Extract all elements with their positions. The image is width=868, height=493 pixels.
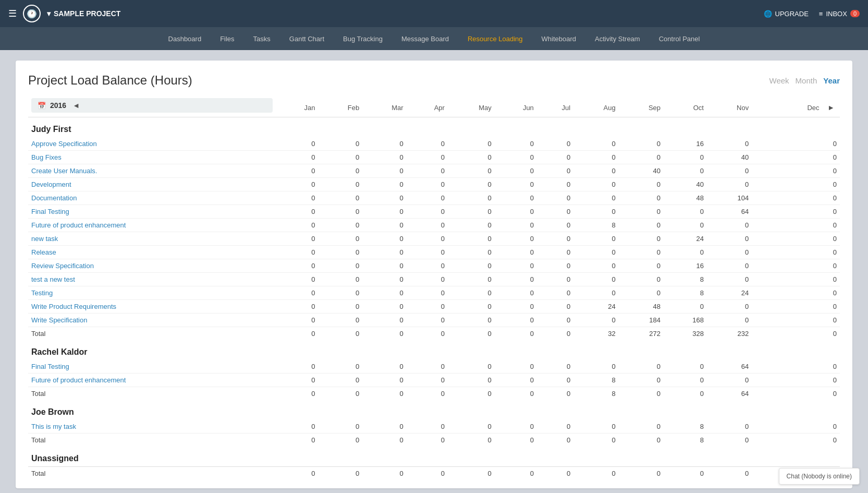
cell-1-0-6: 0	[537, 360, 573, 374]
task-label-0-10[interactable]: test a new test	[28, 273, 276, 286]
hamburger-icon[interactable]: ☰	[8, 8, 17, 19]
nav-control-panel[interactable]: Control Panel	[650, 27, 710, 50]
cell-0-11-11: 0	[752, 286, 840, 300]
total-cell-0-9: 328	[664, 327, 707, 341]
inbox-icon: ≡	[819, 10, 823, 18]
task-label-0-3[interactable]: Development	[28, 178, 276, 191]
total-cell-0-0: 0	[276, 327, 318, 341]
cell-0-0-7: 0	[573, 137, 618, 151]
cell-0-10-9: 8	[664, 273, 707, 286]
inbox-button[interactable]: ≡ INBOX 0	[819, 10, 860, 18]
task-label-0-6[interactable]: Future of product enhancement	[28, 219, 276, 232]
nav-activity-stream[interactable]: Activity Stream	[585, 27, 650, 50]
cell-0-11-6: 0	[537, 286, 573, 300]
cell-0-12-1: 0	[319, 300, 363, 314]
total-cell-1-9: 0	[664, 387, 707, 401]
col-mar: Mar	[362, 98, 407, 117]
cell-0-7-2: 0	[362, 232, 407, 246]
col-apr: Apr	[407, 98, 448, 117]
nav-files[interactable]: Files	[211, 27, 243, 50]
view-week[interactable]: Week	[769, 76, 789, 85]
cell-0-5-2: 0	[362, 205, 407, 219]
col-feb: Feb	[319, 98, 363, 117]
total-cell-3-3: 0	[407, 467, 448, 480]
col-jan: Jan	[276, 98, 318, 117]
cell-0-0-5: 0	[495, 137, 537, 151]
cell-0-9-2: 0	[362, 259, 407, 273]
task-label-0-1[interactable]: Bug Fixes	[28, 151, 276, 164]
cell-0-6-9: 0	[664, 219, 707, 232]
table-row: Create User Manuals.0000000040000	[28, 164, 840, 178]
clock-icon[interactable]: 🕐	[23, 5, 41, 22]
year-nav-row: 📅 2016 ◄ Jan Feb Mar Apr May Jun Jul Aug…	[28, 98, 840, 117]
cell-0-9-9: 16	[664, 259, 707, 273]
task-label-0-5[interactable]: Final Testing	[28, 205, 276, 219]
project-selector[interactable]: ▾ SAMPLE PROJECT	[47, 9, 120, 18]
cell-2-0-9: 8	[664, 420, 707, 434]
total-row-2: Total000000000800	[28, 434, 840, 447]
total-cell-2-7: 0	[573, 434, 618, 447]
nav-dashboard[interactable]: Dashboard	[159, 27, 211, 50]
nav-tasks[interactable]: Tasks	[244, 27, 280, 50]
total-label-0: Total	[28, 327, 276, 341]
cell-0-2-2: 0	[362, 164, 407, 178]
task-label-0-2[interactable]: Create User Manuals.	[28, 164, 276, 178]
table-row: Documentation000000000481040	[28, 191, 840, 205]
cell-0-10-3: 0	[407, 273, 448, 286]
total-cell-2-5: 0	[495, 434, 537, 447]
nav-resource-loading[interactable]: Resource Loading	[458, 27, 532, 50]
cell-0-8-7: 0	[573, 246, 618, 259]
task-label-0-9[interactable]: Review Specification	[28, 259, 276, 273]
task-label-0-12[interactable]: Write Product Requirements	[28, 300, 276, 314]
cell-0-3-0: 0	[276, 178, 318, 191]
table-row: Development0000000004000	[28, 178, 840, 191]
nav-whiteboard[interactable]: Whiteboard	[532, 27, 585, 50]
cell-0-9-11: 0	[752, 259, 840, 273]
cell-0-11-1: 0	[319, 286, 363, 300]
prev-year-button[interactable]: ◄	[70, 101, 82, 110]
task-label-1-0[interactable]: Final Testing	[28, 360, 276, 374]
cell-0-2-0: 0	[276, 164, 318, 178]
cell-0-12-5: 0	[495, 300, 537, 314]
col-jul: Jul	[537, 98, 573, 117]
cell-2-0-0: 0	[276, 420, 318, 434]
total-cell-2-11: 0	[752, 434, 840, 447]
cell-0-3-1: 0	[319, 178, 363, 191]
task-label-0-0[interactable]: Approve Specification	[28, 137, 276, 151]
nav-bug-tracking[interactable]: Bug Tracking	[334, 27, 392, 50]
section-header-2: Joe Brown	[28, 400, 840, 420]
total-cell-1-4: 0	[448, 387, 495, 401]
total-cell-0-7: 32	[573, 327, 618, 341]
cell-0-7-1: 0	[319, 232, 363, 246]
nav-gantt-chart[interactable]: Gantt Chart	[280, 27, 334, 50]
cell-0-10-6: 0	[537, 273, 573, 286]
cell-0-5-8: 0	[619, 205, 664, 219]
cell-1-1-3: 0	[407, 374, 448, 387]
view-month[interactable]: Month	[796, 76, 817, 85]
next-year-button[interactable]: ►	[825, 103, 837, 112]
cell-2-0-7: 0	[573, 420, 618, 434]
inbox-badge: 0	[850, 10, 860, 17]
cell-0-2-6: 0	[537, 164, 573, 178]
cell-2-0-3: 0	[407, 420, 448, 434]
total-cell-1-2: 0	[362, 387, 407, 401]
upgrade-button[interactable]: 🌐 UPGRADE	[764, 10, 809, 18]
task-label-1-1[interactable]: Future of product enhancement	[28, 374, 276, 387]
cell-0-3-5: 0	[495, 178, 537, 191]
task-label-0-7[interactable]: new task	[28, 232, 276, 246]
task-label-0-11[interactable]: Testing	[28, 286, 276, 300]
task-label-0-4[interactable]: Documentation	[28, 191, 276, 205]
task-label-2-0[interactable]: This is my task	[28, 420, 276, 434]
cell-0-5-6: 0	[537, 205, 573, 219]
chat-widget[interactable]: Chat (Nobody is online)	[779, 468, 860, 485]
task-label-0-8[interactable]: Release	[28, 246, 276, 259]
cell-2-0-11: 0	[752, 420, 840, 434]
section-name-3: Unassigned	[28, 447, 840, 467]
table-row: test a new test000000000800	[28, 273, 840, 286]
cell-1-0-10: 64	[707, 360, 752, 374]
view-year[interactable]: Year	[823, 76, 840, 85]
task-label-0-13[interactable]: Write Specification	[28, 314, 276, 327]
total-cell-0-11: 0	[752, 327, 840, 341]
total-cell-2-0: 0	[276, 434, 318, 447]
nav-message-board[interactable]: Message Board	[392, 27, 458, 50]
